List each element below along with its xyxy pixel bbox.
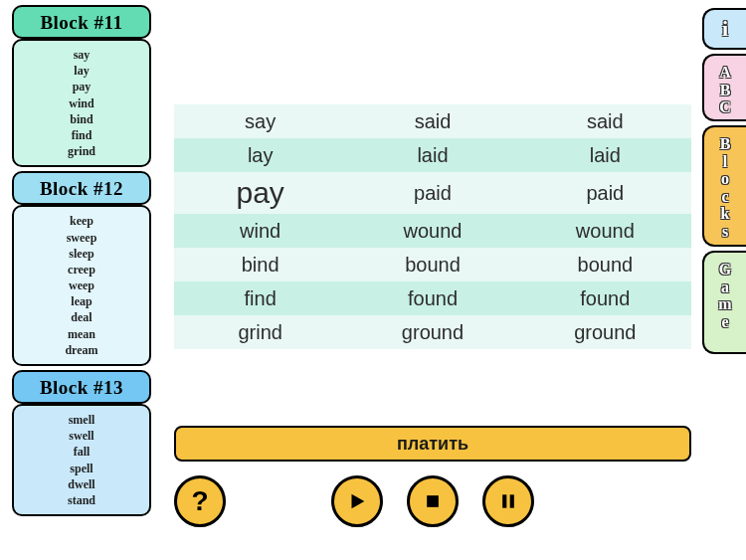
block-word: sweep (18, 230, 145, 246)
block-11-header[interactable]: Block #11 (12, 5, 151, 39)
play-icon (346, 490, 368, 512)
table-row: windwoundwound (174, 214, 691, 248)
tab-letter: m (708, 295, 742, 313)
table-row: laylaidlaid (174, 138, 691, 172)
help-icon: ? (191, 485, 208, 517)
help-button[interactable]: ? (174, 475, 226, 527)
past-cell[interactable]: found (346, 281, 518, 315)
pause-icon (498, 491, 518, 511)
info-icon: i (722, 17, 728, 41)
block-12-header[interactable]: Block #12 (12, 171, 151, 205)
stop-icon (423, 491, 443, 511)
base-cell[interactable]: find (174, 281, 346, 315)
block-word: leap (18, 293, 145, 309)
tab-letter: A (708, 64, 742, 82)
svg-rect-0 (427, 495, 439, 507)
participle-cell[interactable]: ground (519, 315, 691, 349)
block-12-title: Block #12 (40, 178, 123, 199)
block-word: lay (18, 63, 145, 79)
block-word: weep (18, 278, 145, 293)
participle-cell[interactable]: paid (519, 172, 691, 214)
base-cell[interactable]: wind (174, 214, 346, 248)
block-13-title: Block #13 (40, 377, 123, 398)
block-word: stand (18, 492, 145, 508)
base-cell[interactable]: pay (174, 172, 346, 214)
verb-table: saysaidsaidlaylaidlaidpaypaidpaidwindwou… (174, 104, 691, 349)
block-13-header[interactable]: Block #13 (12, 370, 151, 404)
block-word: say (18, 47, 145, 63)
table-row: paypaidpaid (174, 172, 691, 214)
tab-letter: k (708, 205, 742, 223)
past-cell[interactable]: paid (346, 172, 518, 214)
past-cell[interactable]: ground (346, 315, 518, 349)
block-word: creep (18, 262, 145, 278)
translation-bar: платить (174, 426, 691, 462)
block-word: smell (18, 412, 145, 428)
table-row: bindboundbound (174, 248, 691, 281)
base-cell[interactable]: lay (174, 138, 346, 172)
tab-letter: C (708, 98, 742, 116)
participle-cell[interactable]: said (519, 104, 691, 138)
block-word: spell (18, 461, 145, 476)
block-word: swell (18, 428, 145, 444)
participle-cell[interactable]: found (519, 281, 691, 315)
base-cell[interactable]: grind (174, 315, 346, 349)
tab-letter: c (708, 188, 742, 206)
tab-game[interactable]: G a m e (702, 251, 746, 354)
tab-letter: l (708, 153, 742, 171)
tab-letter: B (708, 135, 742, 153)
tab-letter: o (708, 170, 742, 188)
stop-button[interactable] (407, 475, 459, 527)
participle-cell[interactable]: laid (519, 138, 691, 172)
pause-button[interactable] (482, 475, 534, 527)
block-word: find (18, 127, 145, 143)
svg-rect-1 (502, 494, 506, 507)
play-button[interactable] (331, 475, 383, 527)
tab-abc[interactable]: A B C (702, 54, 746, 121)
participle-cell[interactable]: bound (519, 248, 691, 281)
block-word: bind (18, 111, 145, 127)
translation-text: платить (397, 434, 468, 455)
past-cell[interactable]: wound (346, 214, 518, 248)
block-11-title: Block #11 (40, 12, 122, 33)
block-word: dream (18, 342, 145, 358)
base-cell[interactable]: say (174, 104, 346, 138)
right-tabs: i A B C B l o c k s G a m e (702, 8, 746, 354)
block-11: Block #11 say lay pay wind bind find gri… (12, 5, 151, 167)
table-row: grindgroundground (174, 315, 691, 349)
past-cell[interactable]: laid (346, 138, 518, 172)
tab-letter: B (708, 82, 742, 99)
past-cell[interactable]: said (346, 104, 518, 138)
tab-blocks[interactable]: B l o c k s (702, 125, 746, 247)
block-word: grind (18, 143, 145, 159)
block-word: keep (18, 213, 145, 229)
block-word: dwell (18, 476, 145, 492)
sidebar-block-list: Block #11 say lay pay wind bind find gri… (12, 5, 151, 516)
block-word: mean (18, 326, 145, 342)
table-row: saysaidsaid (174, 104, 691, 138)
tab-letter: G (708, 261, 742, 279)
block-word: fall (18, 444, 145, 460)
tab-info[interactable]: i (702, 8, 746, 50)
svg-rect-2 (510, 494, 514, 507)
block-word: wind (18, 95, 145, 111)
block-12: Block #12 keep sweep sleep creep weep le… (12, 171, 151, 366)
participle-cell[interactable]: wound (519, 214, 691, 248)
block-word: sleep (18, 246, 145, 262)
tab-letter: a (708, 279, 742, 296)
table-row: findfoundfound (174, 281, 691, 315)
block-11-words[interactable]: say lay pay wind bind find grind (12, 39, 151, 167)
past-cell[interactable]: bound (346, 248, 518, 281)
block-word: deal (18, 309, 145, 325)
controls-row: ? (174, 475, 691, 527)
tab-letter: e (708, 313, 742, 331)
tab-letter: s (708, 223, 742, 241)
block-12-words[interactable]: keep sweep sleep creep weep leap deal me… (12, 205, 151, 366)
block-word: pay (18, 79, 145, 94)
block-13-words[interactable]: smell swell fall spell dwell stand (12, 404, 151, 516)
playback-group (331, 475, 534, 527)
base-cell[interactable]: bind (174, 248, 346, 281)
block-13: Block #13 smell swell fall spell dwell s… (12, 370, 151, 516)
